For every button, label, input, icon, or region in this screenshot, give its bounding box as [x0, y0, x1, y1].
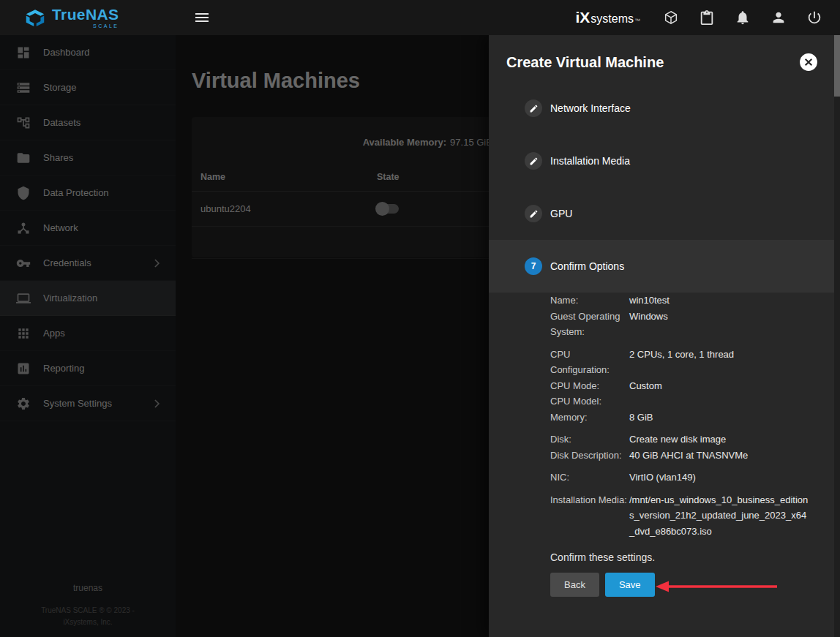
- summary-label: Memory:: [550, 410, 629, 426]
- ixsystems-logo[interactable]: iX systems ™: [575, 9, 640, 26]
- confirm-summary: Name: win10test Guest Operating System: …: [550, 293, 809, 597]
- summary-value: 8 GiB: [629, 410, 809, 426]
- summary-row-memory: Memory: 8 GiB: [550, 410, 809, 426]
- summary-label: Name:: [550, 293, 629, 309]
- ixsystems-trademark: ™: [634, 18, 640, 24]
- confirm-settings-text: Confirm these settings.: [550, 551, 809, 563]
- create-vm-panel: Create Virtual Machine Network Interface…: [489, 35, 840, 637]
- summary-row-guest-os: Guest Operating System: Windows: [550, 309, 809, 340]
- step-confirm-options[interactable]: 7 Confirm Options: [489, 240, 834, 293]
- panel-scrollbar[interactable]: [834, 35, 840, 637]
- step-gpu[interactable]: GPU: [489, 187, 834, 240]
- menu-icon[interactable]: [193, 9, 211, 26]
- summary-label: Guest Operating System:: [550, 309, 629, 340]
- pencil-icon: [525, 205, 542, 222]
- step-label: GPU: [550, 208, 572, 219]
- summary-value: [629, 393, 809, 410]
- summary-value: Windows: [629, 309, 809, 340]
- summary-row-installation-media: Installation Media: /mnt/en-us_windows_1…: [550, 492, 809, 540]
- summary-value: 40 GiB AHCI at TNASNVMe: [629, 448, 809, 464]
- step-label: Confirm Options: [550, 260, 624, 272]
- brand-name: TrueNAS: [52, 7, 119, 22]
- summary-label: NIC:: [550, 470, 629, 486]
- summary-value: Custom: [629, 378, 809, 394]
- step-label: Installation Media: [550, 155, 630, 167]
- summary-row-cpu-mode: CPU Mode: Custom: [550, 378, 809, 394]
- ixsystems-logo-systems: systems: [590, 12, 634, 26]
- brand-subtitle: SCALE: [93, 23, 119, 29]
- truenas-logo[interactable]: TrueNAS SCALE: [0, 7, 176, 29]
- summary-label: Disk:: [550, 431, 629, 448]
- step-installation-media[interactable]: Installation Media: [489, 135, 834, 187]
- pencil-icon: [525, 99, 542, 117]
- wizard-steps: Network Interface Installation Media GPU…: [489, 82, 834, 293]
- back-button[interactable]: Back: [550, 573, 599, 597]
- panel-title: Create Virtual Machine: [506, 54, 799, 71]
- panel-header: Create Virtual Machine: [489, 35, 840, 89]
- summary-value: VirtIO (vlan149): [629, 470, 809, 486]
- truenas-logo-mark-icon: [25, 9, 45, 27]
- modal-backdrop: [0, 35, 489, 637]
- summary-value: win10test: [629, 293, 809, 309]
- appliance-box-icon[interactable]: [663, 10, 679, 26]
- top-bar: TrueNAS SCALE iX systems ™: [0, 0, 840, 35]
- ixsystems-logo-ix: iX: [575, 9, 590, 26]
- summary-value: /mnt/en-us_windows_10_business_editions_…: [629, 492, 809, 540]
- scrollbar-thumb[interactable]: [834, 35, 840, 97]
- account-person-icon[interactable]: [770, 10, 787, 26]
- summary-value: Create new disk image: [629, 431, 809, 448]
- alerts-bell-icon[interactable]: [735, 10, 751, 26]
- save-button[interactable]: Save: [605, 573, 655, 597]
- close-icon[interactable]: [799, 53, 818, 72]
- step-label: Network Interface: [550, 102, 631, 114]
- summary-label: Disk Description:: [550, 448, 629, 464]
- summary-label: CPU Model:: [550, 393, 629, 410]
- summary-row-cpu-configuration: CPU Configuration: 2 CPUs, 1 core, 1 thr…: [550, 347, 809, 378]
- summary-label: Installation Media:: [550, 492, 629, 540]
- wizard-actions: Back Save: [550, 573, 809, 597]
- summary-value: 2 CPUs, 1 core, 1 thread: [629, 347, 809, 378]
- summary-row-name: Name: win10test: [550, 293, 809, 309]
- summary-row-cpu-model: CPU Model:: [550, 393, 809, 410]
- summary-row-disk-description: Disk Description: 40 GiB AHCI at TNASNVM…: [550, 448, 809, 464]
- step-network-interface[interactable]: Network Interface: [489, 82, 834, 135]
- jobs-clipboard-icon[interactable]: [699, 10, 715, 26]
- summary-label: CPU Configuration:: [550, 347, 629, 378]
- power-icon[interactable]: [806, 10, 822, 26]
- summary-row-disk: Disk: Create new disk image: [550, 431, 809, 448]
- summary-row-nic: NIC: VirtIO (vlan149): [550, 470, 809, 486]
- step-number-badge: 7: [525, 257, 542, 275]
- pencil-icon: [525, 152, 542, 170]
- summary-label: CPU Mode:: [550, 378, 629, 394]
